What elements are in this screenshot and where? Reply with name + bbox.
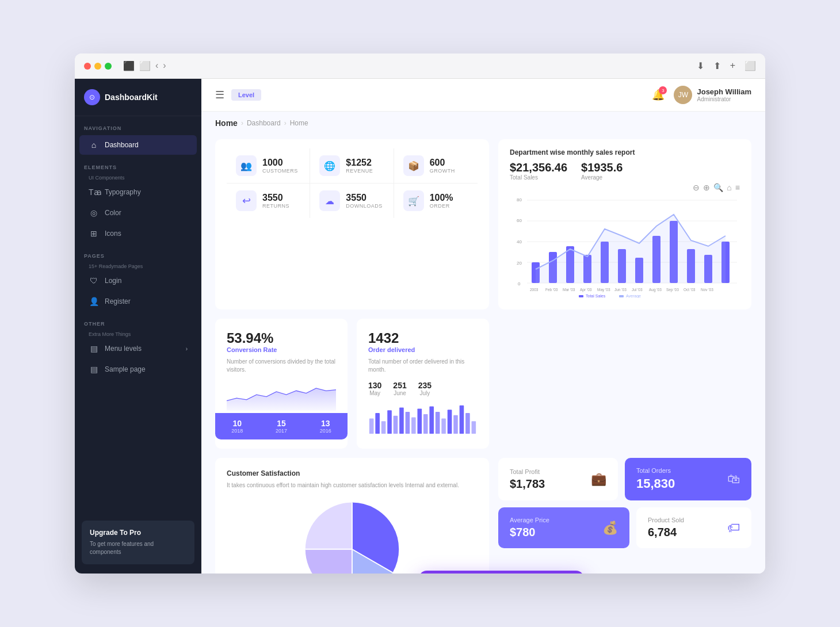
sidebar-item-sample-page[interactable]: ▤ Sample page xyxy=(79,360,197,379)
product-sold-label: Product Sold xyxy=(648,517,684,523)
tab-icon[interactable]: ⬜ xyxy=(744,60,756,71)
icons-icon: ⊞ xyxy=(89,229,99,238)
minimize-dot[interactable] xyxy=(94,63,101,70)
stat-returns-value: 3550 xyxy=(262,193,289,203)
order-month-may: 130 May xyxy=(368,381,381,396)
sidebar-item-icons-label: Icons xyxy=(105,230,121,238)
stat-growth: 📦 600 GROWTH xyxy=(394,148,478,183)
svg-rect-42 xyxy=(387,410,392,434)
svg-rect-54 xyxy=(460,406,464,434)
svg-text:Mar '03: Mar '03 xyxy=(563,288,575,292)
elements-sub-label: UI Components xyxy=(79,174,197,182)
svg-rect-50 xyxy=(436,412,440,434)
order-value: 1432 xyxy=(368,330,478,346)
breadcrumb-current: Home xyxy=(290,119,308,127)
topbar-right: 🔔 3 JW Joseph William Administrator xyxy=(652,86,751,104)
menu-levels-arrow: › xyxy=(186,346,188,352)
topbar: ☰ Level 🔔 3 JW Joseph William Administra… xyxy=(201,79,765,112)
order-june-label: June xyxy=(393,390,406,396)
conversion-subtitle: Conversion Rate xyxy=(227,346,336,353)
conv-month-2: 15 2017 xyxy=(259,419,304,434)
svg-rect-36 xyxy=(619,295,624,297)
stat-customers-value: 1000 xyxy=(262,158,298,168)
sidebar-item-icons[interactable]: ⊞ Icons xyxy=(79,224,197,243)
browser-bar: ⬛ ⬜ ‹ › ⬇ ⬆ + ⬜ xyxy=(75,53,765,79)
stat-downloads-label: DOWNLOADS xyxy=(346,203,383,209)
hamburger-icon[interactable]: ☰ xyxy=(215,89,224,101)
total-sales-value: $21,356.46 xyxy=(510,161,567,174)
user-avatar: JW xyxy=(674,86,692,104)
metrics-row-b: Average Price $780 💰 Product Sold 6,784 xyxy=(498,507,751,548)
stat-growth-label: GROWTH xyxy=(430,168,455,174)
login-icon: 🛡 xyxy=(89,276,99,285)
revenue-icon: 🌐 xyxy=(319,155,340,176)
close-dot[interactable] xyxy=(84,63,91,70)
nav-next-icon[interactable]: › xyxy=(163,60,166,71)
metrics-row-a: Total Profit $1,783 💼 Total Orders 15,83… xyxy=(498,458,751,500)
conv-month-1-label: 2018 xyxy=(215,428,259,434)
notification-icon[interactable]: 🔔 3 xyxy=(652,89,665,101)
sidebar-item-register-label: Register xyxy=(105,297,131,305)
svg-text:Jul '03: Jul '03 xyxy=(632,288,643,292)
svg-text:Total Sales: Total Sales xyxy=(586,294,606,298)
main-content: ☰ Level 🔔 3 JW Joseph William Administra… xyxy=(201,79,765,574)
right-metrics: Total Profit $1,783 💼 Total Orders 15,83… xyxy=(498,458,751,574)
chart-zoom-out-icon[interactable]: ⊖ xyxy=(693,183,700,192)
chart-menu-icon[interactable]: ≡ xyxy=(735,183,740,192)
sidebar-item-login[interactable]: 🛡 Login xyxy=(79,271,197,290)
sidebar-item-color[interactable]: ◎ Color xyxy=(79,203,197,223)
sidebar-item-register[interactable]: 👤 Register xyxy=(79,292,197,311)
average-label: Average xyxy=(581,174,623,181)
svg-text:40: 40 xyxy=(517,239,522,244)
stat-returns-label: RETURNS xyxy=(262,203,289,209)
other-section-label: OTHER xyxy=(75,312,201,330)
conv-month-2-label: 2017 xyxy=(259,428,304,434)
order-month-june: 251 June xyxy=(393,381,406,396)
svg-rect-47 xyxy=(418,408,422,434)
sidebar-item-dashboard[interactable]: ⌂ Dashboard xyxy=(79,135,197,155)
upgrade-section[interactable]: Upgrade To Pro To get more features and … xyxy=(82,521,194,564)
chart-zoom-icon[interactable]: ⊕ xyxy=(703,183,710,192)
stat-revenue-value: $1252 xyxy=(346,158,373,168)
nav-columns-icon[interactable]: ⬜ xyxy=(139,60,151,71)
level-badge[interactable]: Level xyxy=(231,89,261,101)
dashboard-icon: ⌂ xyxy=(89,140,99,150)
add-tab-icon[interactable]: + xyxy=(730,60,735,71)
svg-rect-45 xyxy=(406,412,410,434)
browser-nav[interactable]: ⬛ ⬜ ‹ › xyxy=(123,60,166,71)
svg-rect-53 xyxy=(453,415,458,434)
nav-prev-icon[interactable]: ‹ xyxy=(155,60,158,71)
order-may-num: 130 xyxy=(368,381,381,390)
product-sold-icon: 🏷 xyxy=(727,521,740,536)
stats-card: 👥 1000 CUSTOMERS 🌐 $1252 REVE xyxy=(215,139,489,309)
stat-customers-label: CUSTOMERS xyxy=(262,168,298,174)
sales-numbers: $21,356.46 Total Sales $1935.6 Average xyxy=(510,161,740,181)
order-desc: Total number of order delivered in this … xyxy=(368,358,478,374)
total-orders-card: Total Orders 15,830 🛍 xyxy=(625,458,751,500)
nav-back-icon[interactable]: ⬛ xyxy=(123,60,135,71)
share-icon[interactable]: ⬆ xyxy=(713,60,721,71)
breadcrumb-dashboard[interactable]: Dashboard xyxy=(247,119,281,127)
total-orders-value: 15,830 xyxy=(636,476,675,491)
order-may-label: May xyxy=(368,390,381,396)
download-icon[interactable]: ⬇ xyxy=(697,60,704,71)
browser-dots xyxy=(84,63,112,70)
chart-search-icon[interactable]: 🔍 xyxy=(713,183,723,192)
growth-icon: 📦 xyxy=(403,155,424,176)
breadcrumb-home[interactable]: Home xyxy=(215,118,238,128)
avg-price-label: Average Price xyxy=(510,517,549,523)
order-months: 130 May 251 June 235 July xyxy=(368,381,478,396)
svg-text:Feb '03: Feb '03 xyxy=(545,288,558,292)
notif-badge: 3 xyxy=(659,86,667,94)
register-icon: 👤 xyxy=(89,297,99,306)
svg-rect-56 xyxy=(472,421,476,434)
breadcrumb: Home › Dashboard › Home xyxy=(201,112,765,135)
sidebar-item-menu-levels[interactable]: ▤ Menu levels › xyxy=(79,339,197,358)
conversion-desc: Number of conversions divided by the tot… xyxy=(227,358,336,374)
maximize-dot[interactable] xyxy=(105,63,112,70)
sidebar-logo: ⊙ DashboardKit xyxy=(75,79,201,116)
chart-home-icon[interactable]: ⌂ xyxy=(727,183,731,192)
svg-rect-39 xyxy=(369,419,374,434)
sidebar-item-typography[interactable]: Tꜳ Typography xyxy=(79,182,197,202)
conv-month-3-num: 13 xyxy=(303,419,348,428)
